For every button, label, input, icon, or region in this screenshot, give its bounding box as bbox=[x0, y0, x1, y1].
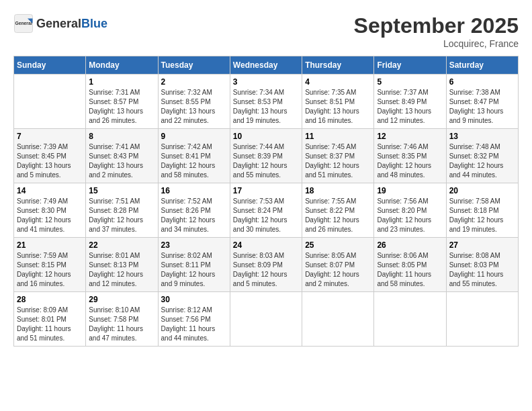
calendar-cell: 29Sunrise: 8:10 AMSunset: 7:58 PMDayligh… bbox=[86, 292, 158, 347]
day-info: Sunrise: 7:58 AMSunset: 8:18 PMDaylight:… bbox=[449, 197, 515, 234]
calendar-cell bbox=[374, 292, 446, 347]
day-number: 22 bbox=[89, 240, 154, 250]
day-number: 7 bbox=[17, 132, 83, 141]
day-info: Sunrise: 7:48 AMSunset: 8:32 PMDaylight:… bbox=[449, 142, 515, 180]
day-info: Sunrise: 8:10 AMSunset: 7:58 PMDaylight:… bbox=[89, 306, 154, 343]
day-info: Sunrise: 7:41 AMSunset: 8:43 PMDaylight:… bbox=[89, 142, 154, 180]
header-day-saturday: Saturday bbox=[446, 56, 518, 75]
logo: General GeneralBlue bbox=[13, 13, 107, 34]
day-number: 17 bbox=[233, 186, 299, 195]
logo-icon: General bbox=[13, 13, 34, 34]
header-day-thursday: Thursday bbox=[302, 56, 374, 75]
calendar-cell: 19Sunrise: 7:56 AMSunset: 8:20 PMDayligh… bbox=[374, 183, 446, 238]
day-number: 4 bbox=[305, 77, 371, 87]
header-day-friday: Friday bbox=[374, 56, 446, 75]
calendar-body: 1Sunrise: 7:31 AMSunset: 8:57 PMDaylight… bbox=[14, 75, 519, 347]
location: Locquirec, France bbox=[354, 38, 519, 49]
day-info: Sunrise: 8:12 AMSunset: 7:56 PMDaylight:… bbox=[161, 306, 227, 343]
calendar-table: SundayMondayTuesdayWednesdayThursdayFrid… bbox=[13, 56, 519, 347]
header-row: SundayMondayTuesdayWednesdayThursdayFrid… bbox=[14, 56, 519, 75]
day-number: 18 bbox=[305, 186, 371, 195]
day-info: Sunrise: 7:31 AMSunset: 8:57 PMDaylight:… bbox=[89, 88, 154, 126]
logo-general-text: General bbox=[36, 17, 81, 30]
calendar-cell: 18Sunrise: 7:55 AMSunset: 8:22 PMDayligh… bbox=[302, 183, 374, 238]
calendar-cell: 10Sunrise: 7:44 AMSunset: 8:39 PMDayligh… bbox=[230, 129, 302, 183]
day-info: Sunrise: 7:32 AMSunset: 8:55 PMDaylight:… bbox=[161, 88, 227, 126]
calendar-cell: 6Sunrise: 7:38 AMSunset: 8:47 PMDaylight… bbox=[446, 75, 518, 129]
day-number: 21 bbox=[17, 240, 83, 250]
calendar-cell: 9Sunrise: 7:42 AMSunset: 8:41 PMDaylight… bbox=[158, 129, 230, 183]
calendar-cell: 22Sunrise: 8:01 AMSunset: 8:13 PMDayligh… bbox=[86, 238, 158, 292]
day-number: 6 bbox=[449, 77, 515, 87]
calendar-cell bbox=[446, 292, 518, 347]
calendar-cell: 25Sunrise: 8:05 AMSunset: 8:07 PMDayligh… bbox=[302, 238, 374, 292]
day-info: Sunrise: 7:53 AMSunset: 8:24 PMDaylight:… bbox=[233, 197, 299, 234]
day-info: Sunrise: 7:55 AMSunset: 8:22 PMDaylight:… bbox=[305, 197, 371, 234]
day-number: 5 bbox=[377, 77, 443, 87]
calendar-cell: 24Sunrise: 8:03 AMSunset: 8:09 PMDayligh… bbox=[230, 238, 302, 292]
calendar-cell: 5Sunrise: 7:37 AMSunset: 8:49 PMDaylight… bbox=[374, 75, 446, 129]
day-info: Sunrise: 7:42 AMSunset: 8:41 PMDaylight:… bbox=[161, 142, 227, 180]
day-number: 12 bbox=[377, 132, 443, 141]
day-info: Sunrise: 7:56 AMSunset: 8:20 PMDaylight:… bbox=[377, 197, 443, 234]
day-number: 19 bbox=[377, 186, 443, 195]
calendar-cell: 16Sunrise: 7:52 AMSunset: 8:26 PMDayligh… bbox=[158, 183, 230, 238]
calendar-header: SundayMondayTuesdayWednesdayThursdayFrid… bbox=[14, 56, 519, 75]
day-info: Sunrise: 7:51 AMSunset: 8:28 PMDaylight:… bbox=[89, 197, 154, 234]
day-info: Sunrise: 8:01 AMSunset: 8:13 PMDaylight:… bbox=[89, 251, 154, 289]
calendar-cell: 1Sunrise: 7:31 AMSunset: 8:57 PMDaylight… bbox=[86, 75, 158, 129]
header-day-monday: Monday bbox=[86, 56, 158, 75]
calendar-cell bbox=[14, 75, 86, 129]
calendar-cell: 17Sunrise: 7:53 AMSunset: 8:24 PMDayligh… bbox=[230, 183, 302, 238]
day-info: Sunrise: 8:05 AMSunset: 8:07 PMDaylight:… bbox=[305, 251, 371, 289]
day-number: 16 bbox=[161, 186, 227, 195]
day-number: 28 bbox=[17, 295, 83, 304]
day-info: Sunrise: 8:03 AMSunset: 8:09 PMDaylight:… bbox=[233, 251, 299, 289]
day-number: 11 bbox=[305, 132, 371, 141]
week-row-1: 7Sunrise: 7:39 AMSunset: 8:45 PMDaylight… bbox=[14, 129, 519, 183]
day-info: Sunrise: 7:35 AMSunset: 8:51 PMDaylight:… bbox=[305, 88, 371, 126]
day-info: Sunrise: 7:46 AMSunset: 8:35 PMDaylight:… bbox=[377, 142, 443, 180]
day-info: Sunrise: 7:44 AMSunset: 8:39 PMDaylight:… bbox=[233, 142, 299, 180]
day-info: Sunrise: 8:06 AMSunset: 8:05 PMDaylight:… bbox=[377, 251, 443, 289]
calendar-cell: 12Sunrise: 7:46 AMSunset: 8:35 PMDayligh… bbox=[374, 129, 446, 183]
day-number: 26 bbox=[377, 240, 443, 250]
day-number: 14 bbox=[17, 186, 83, 195]
day-info: Sunrise: 8:08 AMSunset: 8:03 PMDaylight:… bbox=[449, 251, 515, 289]
header-day-wednesday: Wednesday bbox=[230, 56, 302, 75]
calendar-cell: 23Sunrise: 8:02 AMSunset: 8:11 PMDayligh… bbox=[158, 238, 230, 292]
day-number: 2 bbox=[161, 77, 227, 87]
day-number: 10 bbox=[233, 132, 299, 141]
day-number: 15 bbox=[89, 186, 154, 195]
day-info: Sunrise: 7:38 AMSunset: 8:47 PMDaylight:… bbox=[449, 88, 515, 126]
calendar-cell: 8Sunrise: 7:41 AMSunset: 8:43 PMDaylight… bbox=[86, 129, 158, 183]
day-info: Sunrise: 7:45 AMSunset: 8:37 PMDaylight:… bbox=[305, 142, 371, 180]
header-day-sunday: Sunday bbox=[14, 56, 86, 75]
calendar-cell: 30Sunrise: 8:12 AMSunset: 7:56 PMDayligh… bbox=[158, 292, 230, 347]
calendar-cell: 7Sunrise: 7:39 AMSunset: 8:45 PMDaylight… bbox=[14, 129, 86, 183]
day-number: 24 bbox=[233, 240, 299, 250]
week-row-0: 1Sunrise: 7:31 AMSunset: 8:57 PMDaylight… bbox=[14, 75, 519, 129]
calendar-cell: 28Sunrise: 8:09 AMSunset: 8:01 PMDayligh… bbox=[14, 292, 86, 347]
calendar-cell: 4Sunrise: 7:35 AMSunset: 8:51 PMDaylight… bbox=[302, 75, 374, 129]
calendar-cell: 2Sunrise: 7:32 AMSunset: 8:55 PMDaylight… bbox=[158, 75, 230, 129]
svg-text:General: General bbox=[15, 21, 32, 26]
day-info: Sunrise: 8:09 AMSunset: 8:01 PMDaylight:… bbox=[17, 306, 83, 343]
day-info: Sunrise: 8:02 AMSunset: 8:11 PMDaylight:… bbox=[161, 251, 227, 289]
calendar-cell: 27Sunrise: 8:08 AMSunset: 8:03 PMDayligh… bbox=[446, 238, 518, 292]
day-number: 1 bbox=[89, 77, 154, 87]
day-number: 20 bbox=[449, 186, 515, 195]
day-number: 9 bbox=[161, 132, 227, 141]
calendar-cell: 14Sunrise: 7:49 AMSunset: 8:30 PMDayligh… bbox=[14, 183, 86, 238]
calendar-cell: 15Sunrise: 7:51 AMSunset: 8:28 PMDayligh… bbox=[86, 183, 158, 238]
calendar-cell: 11Sunrise: 7:45 AMSunset: 8:37 PMDayligh… bbox=[302, 129, 374, 183]
month-title: September 2025 bbox=[354, 13, 519, 38]
day-number: 27 bbox=[449, 240, 515, 250]
calendar-cell: 20Sunrise: 7:58 AMSunset: 8:18 PMDayligh… bbox=[446, 183, 518, 238]
day-info: Sunrise: 7:34 AMSunset: 8:53 PMDaylight:… bbox=[233, 88, 299, 126]
calendar-cell: 13Sunrise: 7:48 AMSunset: 8:32 PMDayligh… bbox=[446, 129, 518, 183]
day-number: 30 bbox=[161, 295, 227, 304]
day-number: 23 bbox=[161, 240, 227, 250]
calendar-cell: 3Sunrise: 7:34 AMSunset: 8:53 PMDaylight… bbox=[230, 75, 302, 129]
calendar-cell: 26Sunrise: 8:06 AMSunset: 8:05 PMDayligh… bbox=[374, 238, 446, 292]
